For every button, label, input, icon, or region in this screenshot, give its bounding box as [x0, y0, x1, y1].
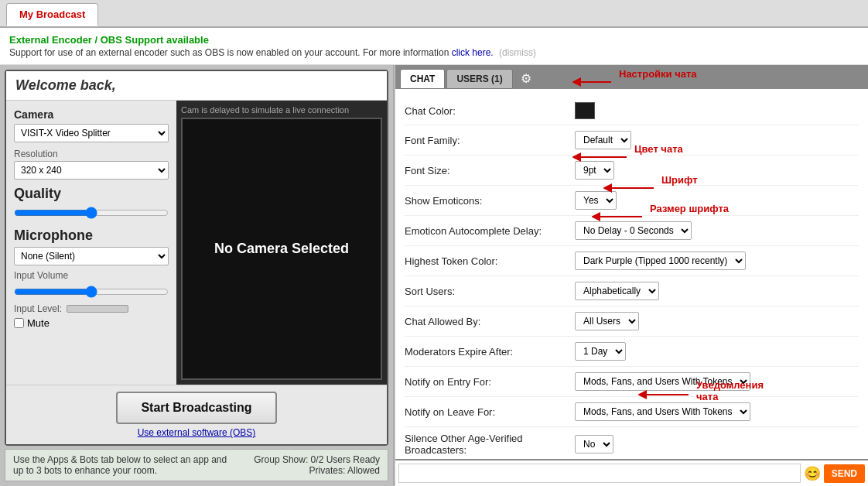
mods-expire-row: Moderators Expire After: 1 Day	[405, 337, 859, 367]
main-container: External Encoder / OBS Support available…	[0, 28, 868, 486]
controls-panel: Camera VISIT-X Video Splitter Resolution…	[6, 101, 176, 385]
no-camera-text: No Camera Selected	[214, 241, 349, 257]
input-level-row: Input Level:	[14, 303, 169, 314]
gear-icon[interactable]: ⚙	[514, 68, 538, 89]
font-family-control: Default	[575, 131, 631, 149]
sort-users-label: Sort Users:	[405, 286, 575, 297]
mute-row: Mute	[14, 317, 169, 329]
font-family-label: Font Family:	[405, 135, 575, 146]
font-size-select[interactable]: 9pt	[575, 161, 614, 180]
chat-allowed-row: Chat Allowed By: All Users	[405, 306, 859, 337]
quality-slider-wrapper	[14, 207, 169, 221]
welcome-header: Welcome back,	[6, 71, 387, 101]
click-here-link[interactable]: click here.	[452, 47, 494, 58]
show-emoticons-row: Show Emoticons: Yes	[405, 186, 859, 216]
privates-text: Privates: Allowed	[254, 465, 380, 476]
notify-leave-row: Notify on Leave For: Mods, Fans, and Use…	[405, 397, 859, 427]
quality-label: Quality	[14, 186, 169, 202]
sort-users-select[interactable]: Alphabetically	[575, 282, 659, 300]
input-volume-label: Input Volume	[14, 270, 169, 281]
silence-control: No	[575, 435, 613, 453]
highest-token-select[interactable]: Dark Purple (Tipped 1000 recently)	[575, 252, 746, 270]
notify-leave-label: Notify on Leave For:	[405, 406, 575, 418]
notice-body: Support for use of an external encoder s…	[9, 47, 449, 58]
bottom-info: Use the Apps & Bots tab below to select …	[5, 449, 388, 481]
chat-input-area: 😊 SEND	[395, 459, 868, 486]
font-family-row: Font Family: Default	[405, 125, 859, 156]
left-panel: Welcome back, Camera VISIT-X Video Split…	[0, 65, 395, 486]
welcome-text: Welcome back,	[15, 77, 116, 93]
input-level-bar	[67, 305, 128, 313]
start-area: Start Broadcasting Use external software…	[6, 385, 387, 444]
microphone-label: Microphone	[14, 228, 169, 244]
emoticon-delay-label: Emoticon Autocomplete Delay:	[405, 225, 575, 237]
highest-token-control: Dark Purple (Tipped 1000 recently)	[575, 252, 746, 270]
users-tab[interactable]: USERS (1)	[446, 69, 512, 89]
chat-color-swatch[interactable]	[575, 102, 595, 119]
sort-users-control: Alphabetically	[575, 282, 659, 300]
camera-group: Camera VISIT-X Video Splitter	[14, 108, 169, 142]
mute-checkbox[interactable]	[14, 318, 24, 328]
chat-tabs: CHAT USERS (1) ⚙	[395, 65, 868, 89]
highest-token-row: Highest Token Color: Dark Purple (Tipped…	[405, 246, 859, 276]
chat-input[interactable]	[398, 464, 801, 483]
obs-link[interactable]: Use external software (OBS)	[138, 427, 256, 438]
group-show-text: Group Show: 0/2 Users Ready	[254, 454, 380, 465]
chat-settings: Chat Color: Font Family: Default	[395, 89, 868, 459]
silence-row: Silence Other Age-Verified Broadcasters:…	[405, 427, 859, 459]
sort-users-row: Sort Users: Alphabetically	[405, 276, 859, 306]
start-broadcasting-button[interactable]: Start Broadcasting	[116, 392, 276, 424]
hint-text: Use the Apps & Bots tab below to select …	[13, 454, 230, 476]
controls-and-cam: Camera VISIT-X Video Splitter Resolution…	[6, 101, 387, 385]
quality-group: Quality	[14, 186, 169, 221]
notice-text: Support for use of an external encoder s…	[9, 47, 859, 58]
dismiss-link[interactable]: (dismiss)	[499, 47, 536, 58]
notify-leave-select[interactable]: Mods, Fans, and Users With Tokens	[575, 402, 750, 421]
notify-entry-select[interactable]: Mods, Fans, and Users With Tokens	[575, 372, 750, 391]
font-size-row: Font Size: 9pt	[405, 156, 859, 186]
chat-allowed-control: All Users	[575, 312, 639, 330]
emoticon-delay-row: Emoticon Autocomplete Delay: No Delay - …	[405, 216, 859, 246]
resolution-select[interactable]: 320 x 240	[14, 161, 169, 180]
emoji-icon[interactable]: 😊	[804, 465, 821, 482]
enc-link[interactable]: External Encoder / OBS Support available	[9, 34, 209, 46]
chat-color-label: Chat Color:	[405, 105, 575, 117]
chat-tab[interactable]: CHAT	[400, 69, 445, 89]
input-level-label: Input Level:	[14, 303, 62, 314]
notify-leave-control: Mods, Fans, and Users With Tokens	[575, 402, 750, 421]
broadcast-inner: Welcome back, Camera VISIT-X Video Split…	[6, 71, 387, 444]
mods-expire-select[interactable]: 1 Day	[575, 342, 626, 361]
mute-label: Mute	[27, 317, 50, 329]
broadcast-box: Welcome back, Camera VISIT-X Video Split…	[5, 70, 388, 446]
mods-expire-control: 1 Day	[575, 342, 626, 361]
show-emoticons-select[interactable]: Yes	[575, 191, 617, 210]
emoticon-delay-control: No Delay - 0 Seconds	[575, 221, 692, 240]
silence-label: Silence Other Age-Verified Broadcasters:	[405, 433, 575, 456]
chat-allowed-label: Chat Allowed By:	[405, 316, 575, 327]
tab-bar: My Broadcast	[0, 0, 868, 28]
cam-delayed-text: Cam is delayed to simulate a live connec…	[181, 105, 349, 115]
silence-select[interactable]: No	[575, 435, 613, 453]
content-area: Welcome back, Camera VISIT-X Video Split…	[0, 65, 868, 486]
emoticon-delay-select[interactable]: No Delay - 0 Seconds	[575, 221, 692, 240]
notify-entry-control: Mods, Fans, and Users With Tokens	[575, 372, 750, 391]
my-broadcast-tab[interactable]: My Broadcast	[6, 3, 98, 26]
input-volume-slider-wrapper	[14, 286, 169, 300]
send-button[interactable]: SEND	[824, 464, 865, 483]
highest-token-label: Highest Token Color:	[405, 255, 575, 267]
quality-slider[interactable]	[14, 207, 169, 219]
notice-bar: External Encoder / OBS Support available…	[0, 28, 868, 65]
chat-color-row: Chat Color:	[405, 97, 859, 125]
camera-label: Camera	[14, 108, 169, 121]
resolution-label: Resolution	[14, 149, 169, 159]
no-camera-box: No Camera Selected	[181, 118, 382, 380]
input-volume-slider[interactable]	[14, 286, 169, 298]
right-panel: CHAT USERS (1) ⚙ Chat Color: Font Family…	[395, 65, 868, 486]
font-size-label: Font Size:	[405, 165, 575, 176]
microphone-select[interactable]: None (Silent)	[14, 247, 169, 265]
font-family-select[interactable]: Default	[575, 131, 631, 149]
mods-expire-label: Moderators Expire After:	[405, 346, 575, 358]
camera-select[interactable]: VISIT-X Video Splitter	[14, 124, 169, 142]
page-wrapper: My Broadcast External Encoder / OBS Supp…	[0, 0, 868, 486]
chat-allowed-select[interactable]: All Users	[575, 312, 639, 330]
